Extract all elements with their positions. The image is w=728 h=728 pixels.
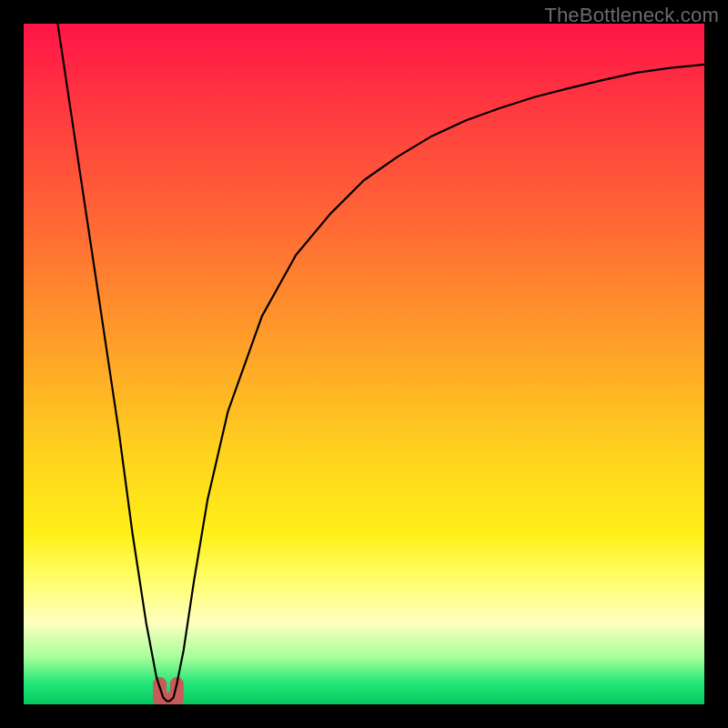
bottleneck-curve xyxy=(57,24,704,701)
curve-svg xyxy=(24,24,704,704)
chart-frame: TheBottleneck.com xyxy=(0,0,728,728)
plot-area xyxy=(24,24,704,704)
